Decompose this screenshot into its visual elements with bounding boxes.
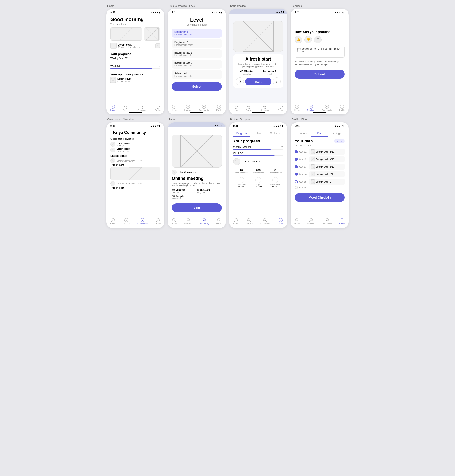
nav-icon-home: ⌂ [234, 105, 238, 109]
nav-item-practice[interactable]: ◎ Practice [246, 218, 253, 225]
nav-item-community[interactable]: ◉ Community [138, 105, 147, 111]
profile-tab-progress[interactable]: Progress [295, 130, 311, 137]
profile-tab-progress[interactable]: Progress [233, 130, 250, 137]
week-row[interactable]: Week 5/6 › [110, 65, 160, 67]
weekly-goal-row[interactable]: Weekly Goal 3/4 › [110, 57, 160, 60]
profile-progress-content: Progress Plan Settings Your progress Wee… [229, 128, 287, 217]
status-bar: 9:41 ▲▲▲ ▾ ▮ [106, 122, 164, 128]
mood-checkin-button[interactable]: Mood Check-In [295, 193, 345, 202]
profile-tab-settings[interactable]: Settings [328, 130, 345, 137]
start-controls: ⚙ Start ♪ [236, 78, 281, 85]
nav-item-practice[interactable]: ◎ Practice [123, 218, 130, 225]
thumbs-up-btn[interactable]: 👍 [295, 36, 302, 43]
nav-icon-practice: ◎ [124, 218, 128, 222]
level-item-4[interactable]: Advanced Lorem ipsum dolor [172, 70, 222, 79]
nav-item-community[interactable]: ◉ Community [260, 105, 270, 111]
event-org-name: Kriya Community [178, 171, 196, 173]
back-button[interactable]: ‹ [233, 16, 283, 20]
event-icon-1 [110, 147, 115, 152]
join-button[interactable]: Join [172, 203, 222, 212]
nav-item-community[interactable]: ◉ Community [260, 218, 270, 225]
thumbs-down-btn[interactable]: 👎 [304, 36, 312, 43]
practice-sub: 50 min · by Lorem Ipsum [118, 46, 140, 48]
stats-divider [233, 167, 283, 167]
profile-tab-plan[interactable]: Plan [250, 130, 267, 137]
practice-card-2[interactable] [144, 27, 160, 40]
wifi-icon: ▾ [280, 125, 281, 127]
ptype-1: Yoga 120 min [250, 177, 266, 188]
nav-item-community[interactable]: ◉ Community [199, 105, 209, 111]
week-row-2: Week 3 Energy level - 6/10 [295, 164, 345, 170]
week-content-text-1: Energy level - 4/10 [316, 158, 334, 161]
nav-item-home[interactable]: ⌂ Home [294, 218, 300, 225]
practice-card-1[interactable] [110, 27, 142, 40]
time: 9:41 [295, 11, 300, 14]
nav-item-profile[interactable]: ○ Profile [155, 105, 161, 111]
feedback-textarea[interactable]: The postures were a bit difficult for me… [295, 46, 345, 58]
nav-icon-profile: ○ [217, 105, 221, 109]
level-item-title-1: Beginner 2 [174, 41, 219, 44]
week-text: Week 5/6 [233, 152, 243, 154]
nav-item-profile[interactable]: ○ Profile [278, 218, 284, 225]
level-item-0[interactable]: Beginner 1 Lorem ipsum dolor [172, 29, 222, 38]
nav-item-profile[interactable]: ○ Profile [339, 105, 345, 111]
event-date-val: Mon 19.00 [197, 188, 222, 192]
nav-item-home[interactable]: ⌂ Home [233, 105, 238, 111]
level-item-sub-1: Lorem ipsum dolor [174, 44, 219, 46]
heart-btn[interactable]: ♡ [314, 36, 322, 43]
nav-icon-home: ⌂ [295, 218, 299, 222]
level-item-3[interactable]: Intermediate 2 Lorem ipsum dolor [172, 60, 222, 69]
nav-item-community[interactable]: ◉ Community [199, 218, 209, 225]
nav-icon-practice: ◎ [247, 218, 251, 222]
event-title: Online meeting [172, 176, 222, 181]
nav-item-profile[interactable]: ○ Profile [278, 105, 284, 111]
stat-0: 10 Total sessions [233, 169, 249, 174]
nav-item-profile[interactable]: ○ Profile [217, 105, 222, 111]
settings-button[interactable]: ⚙ [236, 78, 244, 85]
edit-goal-btn[interactable]: ✏ [281, 145, 283, 148]
nav-item-home[interactable]: ⌂ Home [110, 218, 115, 225]
nav-item-home[interactable]: ⌂ Home [294, 105, 300, 111]
event-back[interactable]: ‹ [172, 130, 222, 133]
start-button[interactable]: Start [245, 78, 271, 85]
nav-item-practice[interactable]: ◎ Practice [246, 105, 253, 111]
submit-button[interactable]: Submit [295, 70, 345, 79]
nav-item-profile[interactable]: ○ Profile [339, 218, 345, 225]
nav-item-practice[interactable]: ◎ Practice [123, 105, 130, 111]
start-stats: 40 Minutes Duration Beginner 1 Level [236, 70, 281, 75]
nav-item-community[interactable]: ◉ Community [322, 105, 332, 111]
screen-wrapper-profile-progress: Profile - Progress 9:41 ▲▲▲ ▾ ▮ Progress… [229, 118, 287, 228]
profile-tab-plan[interactable]: Plan [311, 130, 328, 137]
nav-item-practice[interactable]: ◎ Practice [184, 218, 192, 225]
profile-tab-settings[interactable]: Settings [267, 130, 283, 137]
nav-item-community[interactable]: ◉ Community [138, 218, 147, 225]
time: 9:41 [110, 11, 115, 14]
nav-item-practice[interactable]: ◎ Practice [307, 105, 315, 111]
weekly-goal-row: Weekly Goal 3/4 ✏ [233, 145, 283, 148]
level-item-title-2: Intermediate 1 [174, 51, 219, 54]
nav-item-home[interactable]: ⌂ Home [233, 218, 238, 225]
community-back[interactable]: ‹ [110, 131, 111, 135]
nav-item-profile[interactable]: ○ Profile [217, 218, 222, 225]
level-item-1[interactable]: Beginner 2 Lorem ipsum dolor [172, 39, 222, 48]
select-button[interactable]: Select [172, 82, 222, 91]
level-item-2[interactable]: Intermediate 1 Lorem ipsum dolor [172, 49, 222, 58]
nav-item-practice[interactable]: ◎ Practice [307, 218, 315, 225]
nav-label-community: Community [322, 223, 332, 225]
events-label: Your upcoming events [110, 73, 160, 76]
music-button[interactable]: ♪ [273, 78, 281, 85]
screen-label-community-overview: Community - Overview [106, 118, 164, 121]
progress-week-fill [233, 155, 275, 156]
nav-item-home[interactable]: ⌂ Home [110, 105, 115, 111]
nav-icon-practice: ◎ [309, 105, 313, 109]
nav-item-community[interactable]: ◉ Community [322, 218, 332, 225]
edit-plan-button[interactable]: ✎ Edit [334, 139, 345, 143]
nav-item-profile[interactable]: ○ Profile [155, 218, 161, 225]
nav-label-community: Community [322, 109, 332, 111]
level-item-sub-3: Lorem ipsum dolor [174, 65, 219, 67]
week-content-img-0 [310, 150, 315, 154]
nav-item-practice[interactable]: ◎ Practice [184, 105, 192, 111]
nav-item-home[interactable]: ⌂ Home [171, 218, 177, 225]
week-label-3: Week 4 [299, 173, 308, 176]
nav-item-home[interactable]: ⌂ Home [171, 105, 177, 111]
